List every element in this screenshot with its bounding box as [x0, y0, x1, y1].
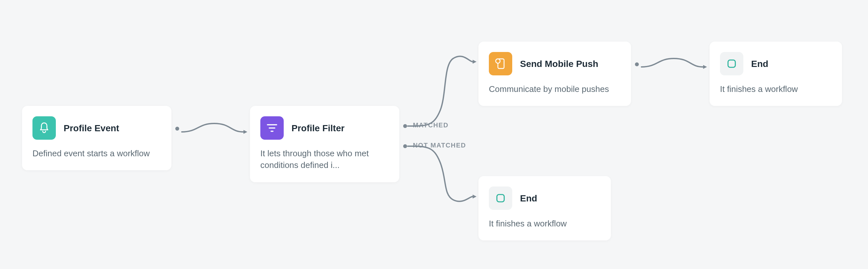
connector-event-to-filter	[182, 117, 247, 143]
node-end-bottom[interactable]: End It finishes a workflow	[478, 176, 611, 240]
node-subtitle: Communicate by mobile pushes	[489, 83, 621, 95]
node-end-top[interactable]: End It finishes a workflow	[710, 41, 842, 106]
end-icon	[489, 186, 512, 210]
end-icon	[720, 52, 743, 76]
node-send-mobile-push[interactable]: Send Mobile Push Communicate by mobile p…	[478, 41, 631, 106]
svg-point-7	[496, 59, 500, 63]
node-header: End	[489, 186, 600, 210]
node-header: Send Mobile Push	[489, 52, 621, 76]
node-profile-event[interactable]: Profile Event Defined event starts a wor…	[22, 106, 172, 170]
branch-label-matched: MATCHED	[413, 121, 448, 129]
node-subtitle: It finishes a workflow	[489, 218, 600, 229]
node-subtitle: It lets through those who met conditions…	[260, 148, 389, 171]
svg-rect-9	[728, 60, 736, 67]
node-header: End	[720, 52, 832, 76]
mobile-push-icon	[489, 52, 512, 76]
filter-icon	[260, 116, 284, 140]
connector-filter-to-push	[408, 46, 479, 130]
node-title: Send Mobile Push	[520, 58, 598, 69]
output-port-not-matched[interactable]	[403, 144, 407, 148]
node-title: Profile Filter	[291, 122, 344, 134]
node-subtitle: It finishes a workflow	[720, 83, 832, 95]
svg-marker-4	[473, 60, 476, 64]
node-header: Profile Event	[32, 116, 161, 140]
connector-filter-to-end-bottom	[408, 146, 479, 211]
node-title: End	[520, 193, 537, 204]
output-port[interactable]	[175, 127, 179, 130]
node-header: Profile Filter	[260, 116, 389, 140]
node-subtitle: Defined event starts a workflow	[32, 148, 161, 159]
output-port[interactable]	[635, 62, 639, 66]
branch-label-not-matched: NOT MATCHED	[413, 142, 466, 149]
svg-marker-5	[473, 195, 476, 199]
workflow-canvas: Profile Event Defined event starts a wor…	[0, 0, 868, 269]
bell-icon	[32, 116, 56, 140]
connector-push-to-end-top	[642, 52, 706, 78]
svg-marker-8	[703, 65, 707, 69]
output-port-matched[interactable]	[403, 124, 407, 128]
svg-marker-0	[244, 130, 247, 134]
node-profile-filter[interactable]: Profile Filter It lets through those who…	[250, 106, 399, 182]
svg-rect-10	[497, 195, 504, 202]
node-title: End	[751, 58, 768, 69]
node-title: Profile Event	[64, 122, 119, 134]
